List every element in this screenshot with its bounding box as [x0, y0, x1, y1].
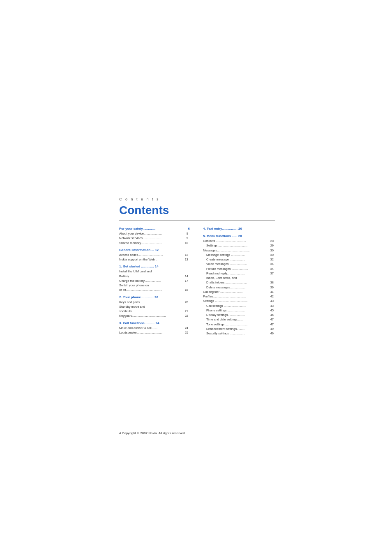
list-item: Keyguard................................… — [119, 313, 190, 318]
right-column: 4. Text entry................. 26 5. Men… — [201, 226, 275, 336]
list-item: Nokia support on the Web .. 13 — [119, 257, 190, 262]
list-item: Make and answer a call ....... 24 — [119, 326, 190, 330]
section-your-phone: 2. Your phone.............. 20 — [119, 295, 190, 300]
section-header-text: For your safety.............. — [119, 226, 155, 231]
section-get-started: 1. Get started .............. 14 — [119, 264, 190, 269]
list-item: Phone settings..................... 45 — [203, 308, 275, 313]
list-item: Network services..................... 9 — [119, 236, 190, 240]
list-item: Inbox, Sent items, and — [203, 276, 275, 280]
section-general-information: General information ... 12 — [119, 248, 190, 253]
section-header-text: 5. Menu functions ...... 28 — [203, 234, 242, 239]
list-item: Picture messages ................... 34 — [203, 267, 275, 271]
list-item: Charge the battery................... 17 — [119, 279, 190, 283]
list-item: Access codes............................… — [119, 253, 190, 257]
list-item: Read and reply..................... 37 — [203, 271, 275, 276]
content-area: C o n t e n t s Contents For your safety… — [119, 197, 275, 336]
list-item: About your device..................... 9 — [119, 231, 190, 236]
list-item: Time and date settings....... 47 — [203, 317, 275, 322]
list-item: Profiles................................… — [203, 294, 275, 299]
section-header-text: 3. Call functions .......... 24 — [119, 321, 159, 326]
list-item: Create message .................. 32 — [203, 257, 275, 262]
section-header-text: 1. Get started .............. 14 — [119, 264, 159, 269]
list-item: Message settings ................ 30 — [203, 253, 275, 257]
list-item: Call register ..........................… — [203, 290, 275, 294]
list-item: Switch your phone on — [119, 283, 190, 288]
section-header-page: 6 — [188, 226, 190, 231]
section-text-entry: 4. Text entry................. 26 — [203, 226, 275, 231]
contents-label: C o n t e n t s — [119, 197, 275, 201]
left-column: For your safety.............. 6 About yo… — [119, 226, 193, 336]
section-call-functions: 3. Call functions .......... 24 — [119, 321, 190, 326]
list-item: or off..................................… — [119, 288, 190, 292]
section-menu-functions: 5. Menu functions ...... 28 — [203, 234, 275, 239]
list-item: Display settings.................... 46 — [203, 313, 275, 317]
list-item: Loudspeaker.............................… — [119, 330, 190, 335]
list-item: Standby mode and — [119, 304, 190, 309]
list-item: Delete messages.................. 39 — [203, 285, 275, 290]
list-item: Shared memory......................... 1… — [119, 241, 190, 245]
list-item: Settings ...............................… — [203, 299, 275, 303]
list-item: Tone settings...........................… — [203, 322, 275, 327]
list-item: Voice messages .................... 34 — [203, 262, 275, 266]
section-header-text: General information ... 12 — [119, 248, 159, 253]
page: C o n t e n t s Contents For your safety… — [0, 0, 392, 555]
list-item: Drafts folders .........................… — [203, 280, 275, 285]
list-item: Battery.................................… — [119, 274, 190, 279]
list-item: Install the UIM card and — [119, 269, 190, 274]
section-for-your-safety: For your safety.............. 6 — [119, 226, 190, 231]
list-item: Keys and parts......................... … — [119, 300, 190, 304]
section-header-text: 4. Text entry................. 26 — [203, 226, 242, 231]
contents-title: Contents — [119, 204, 275, 221]
toc-grid: For your safety.............. 6 About yo… — [119, 226, 275, 336]
list-item: Security settings .................. 49 — [203, 331, 275, 336]
footer: 4 Copyright © 2007 Nokia. All rights res… — [119, 431, 186, 435]
list-item: Settings ...............................… — [203, 243, 275, 248]
list-item: Messages................................… — [203, 248, 275, 253]
list-item: shortcuts...............................… — [119, 309, 190, 313]
list-item: Contacts ...............................… — [203, 239, 275, 243]
section-header-text: 2. Your phone.............. 20 — [119, 295, 158, 300]
list-item: Call settings ..........................… — [203, 304, 275, 308]
list-item: Enhancement settings......... 49 — [203, 327, 275, 331]
